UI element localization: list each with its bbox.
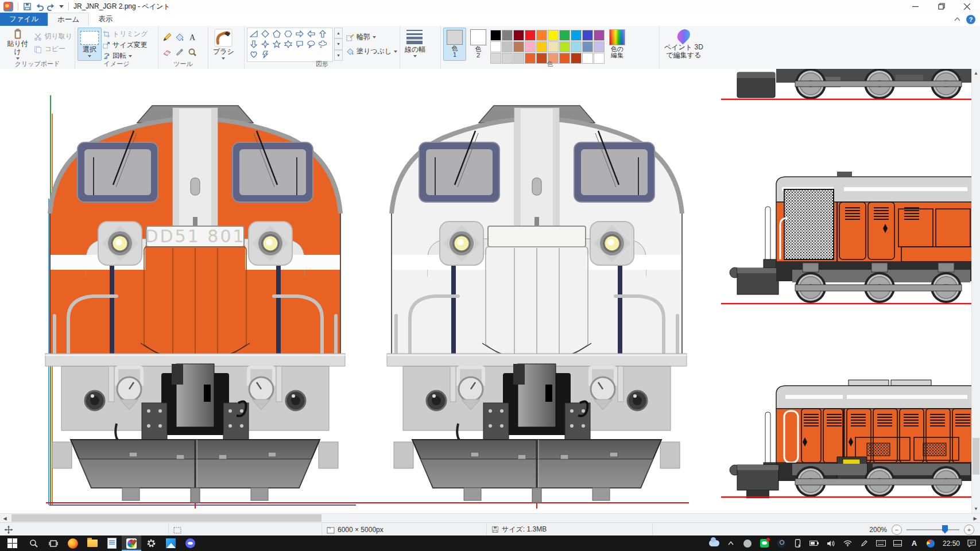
steam-tray-icon[interactable] [773, 536, 789, 551]
zoom-out-button[interactable]: − [892, 525, 902, 535]
palette-color[interactable] [559, 30, 570, 41]
pen-tray-icon[interactable] [856, 536, 873, 551]
taskbar-notepad[interactable] [102, 536, 122, 551]
redo-button[interactable] [47, 2, 56, 11]
shape-pentagon[interactable] [273, 30, 281, 38]
shape-star5[interactable] [273, 40, 281, 48]
resize-button[interactable]: サイズ変更 [103, 40, 148, 50]
palette-color[interactable] [490, 41, 501, 52]
palette-color[interactable] [536, 30, 547, 41]
volume-icon[interactable] [823, 536, 839, 551]
shape-diamond[interactable] [261, 30, 269, 38]
eyedropper-tool[interactable] [175, 48, 184, 57]
usb-tray-icon[interactable] [789, 536, 806, 551]
vertical-scroll-thumb[interactable] [973, 438, 979, 475]
palette-color[interactable] [525, 30, 536, 41]
copy-button[interactable]: コピー [34, 44, 72, 55]
shape-star4[interactable] [261, 40, 269, 48]
palette-color[interactable] [490, 30, 501, 41]
scroll-left-arrow[interactable]: ◀ [0, 514, 10, 523]
scroll-up-arrow[interactable]: ▲ [972, 69, 980, 77]
palette-color[interactable] [582, 41, 593, 52]
line-tray-icon[interactable] [756, 536, 773, 551]
cut-button[interactable]: 切り取り [34, 31, 72, 42]
shape-lightning[interactable] [261, 51, 269, 59]
scroll-right-arrow[interactable]: ▶ [970, 514, 980, 523]
eraser-tool[interactable] [162, 48, 172, 57]
palette-color[interactable] [594, 30, 605, 41]
shapes-scroll-down[interactable]: ▼ [334, 38, 343, 49]
shape-callout-cloud[interactable] [319, 40, 327, 48]
taskbar-paint-active[interactable] [122, 536, 141, 551]
start-button[interactable] [0, 536, 24, 551]
zoom-in-button[interactable]: + [964, 525, 974, 535]
customize-qat-button[interactable] [59, 5, 64, 8]
taskbar-photos[interactable] [161, 536, 180, 551]
text-tool[interactable]: A [188, 33, 197, 42]
taskbar-search-button[interactable] [24, 536, 44, 551]
shape-star6[interactable] [284, 40, 292, 48]
discord-tray-icon[interactable] [739, 536, 756, 551]
line-width-button[interactable]: 線の幅 [402, 28, 428, 61]
crop-button[interactable]: トリミング [103, 29, 148, 39]
taskbar-firefox[interactable] [63, 536, 83, 551]
select-button[interactable]: 選択 [78, 28, 102, 61]
shape-callout-rect[interactable] [296, 40, 304, 48]
magnifier-tool[interactable] [188, 48, 197, 57]
palette-color[interactable] [513, 30, 524, 41]
zoom-slider-thumb[interactable] [942, 525, 948, 534]
help-icon[interactable]: ? [966, 15, 975, 24]
palette-color[interactable] [525, 41, 536, 52]
taskbar-discord[interactable] [180, 536, 200, 551]
shape-arrow-down[interactable] [250, 40, 258, 48]
close-button[interactable] [954, 0, 980, 13]
palette-color[interactable] [571, 41, 582, 52]
shape-callout-oval[interactable] [307, 40, 315, 48]
palette-color[interactable] [513, 41, 524, 52]
drawing-canvas[interactable]: DD51 801 [0, 69, 972, 513]
palette-color[interactable] [582, 30, 593, 41]
palette-color[interactable] [559, 41, 570, 52]
shape-arrow-up[interactable] [319, 30, 327, 38]
shape-hexagon[interactable] [284, 30, 292, 38]
tab-file[interactable]: ファイル [0, 13, 48, 26]
touchpad-icon[interactable] [889, 536, 906, 551]
shape-arrow-left[interactable] [307, 30, 315, 38]
ime-mode-indicator[interactable]: A [906, 536, 923, 551]
taskbar-clock[interactable]: 22:50 [939, 536, 963, 551]
paint3d-button[interactable]: ペイント 3D で編集する [662, 28, 706, 61]
paste-button[interactable]: 貼り付け [2, 28, 33, 61]
palette-color[interactable] [502, 41, 513, 52]
collapse-ribbon-icon[interactable] [954, 17, 960, 21]
brush-button[interactable]: ブラシ [211, 28, 237, 61]
pencil-tool[interactable] [162, 33, 172, 42]
palette-color[interactable] [548, 41, 559, 52]
horizontal-scroll-thumb[interactable] [11, 514, 321, 522]
shapes-scroll-up[interactable]: ▲ [334, 28, 343, 38]
save-button[interactable] [23, 2, 32, 11]
tray-overflow-chevron[interactable] [723, 536, 739, 551]
palette-color[interactable] [536, 41, 547, 52]
tab-view[interactable]: 表示 [89, 13, 122, 26]
shape-arrow-right[interactable] [296, 30, 304, 38]
tab-home[interactable]: ホーム [48, 13, 89, 26]
palette-color[interactable] [571, 30, 582, 41]
shape-heart[interactable] [250, 51, 258, 59]
fill-tool[interactable] [175, 33, 184, 42]
minimize-button[interactable] [902, 0, 928, 13]
outline-button[interactable]: 輪郭 [346, 32, 397, 42]
shape-fill-button[interactable]: 塗りつぶし [346, 46, 397, 57]
edit-colors-button[interactable]: 色の編集 [606, 28, 628, 61]
color2-button[interactable]: 色2 [467, 28, 489, 61]
weather-tray-icon[interactable] [706, 536, 723, 551]
palette-color[interactable] [548, 30, 559, 41]
windows-update-tray-icon[interactable] [923, 536, 939, 551]
restore-button[interactable] [928, 0, 954, 13]
touch-keyboard-icon[interactable] [873, 536, 889, 551]
undo-button[interactable] [35, 2, 44, 11]
vertical-scrollbar[interactable]: ▲ ▼ [971, 69, 980, 513]
battery-icon[interactable] [806, 536, 823, 551]
color1-button[interactable]: 色1 [443, 28, 466, 61]
action-center-icon[interactable] [963, 536, 980, 551]
scroll-down-arrow[interactable]: ▼ [972, 505, 980, 513]
